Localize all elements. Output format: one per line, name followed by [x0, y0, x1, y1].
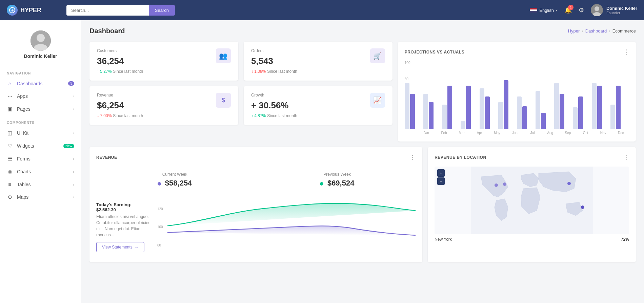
sidebar-username: Dominic Keller [7, 53, 74, 59]
charts-icon: ◎ [7, 169, 13, 175]
sidebar-item-uikit-label: UI Kit [17, 130, 28, 136]
bar-group-sep [554, 83, 573, 129]
breadcrumb-hyper[interactable]: Hyper [568, 28, 580, 34]
sidebar-item-maps[interactable]: ⊙ Maps › [0, 191, 81, 203]
bar-blue-sep [560, 94, 564, 129]
apps-chevron-right-icon: › [73, 94, 74, 98]
map-zoom-out-button[interactable]: − [437, 177, 445, 185]
projections-title: PROJECTIONS VS ACTUALS [405, 50, 465, 55]
stat-revenue-label: Revenue [97, 93, 143, 98]
language-label: English [539, 8, 554, 13]
map-header: REVENUE BY LOCATION ⋮ [435, 154, 629, 161]
bar-group-mar [442, 86, 461, 129]
breadcrumb: Hyper › Dashboard › Ecommerce [568, 28, 636, 34]
bar-gray-sep [554, 83, 559, 129]
projections-chart-header: PROJECTIONS VS ACTUALS ⋮ [405, 48, 629, 56]
uikit-chevron-right-icon: › [73, 131, 74, 135]
projections-chart-card: PROJECTIONS VS ACTUALS ⋮ 100 80 60 40 20… [398, 42, 636, 142]
revenue-title: REVENUE [96, 155, 117, 160]
search-input[interactable] [66, 5, 149, 16]
stat-growth-info: Growth + 30.56% ↑ 4.87%Since last month [251, 93, 297, 118]
bar-label-jul: Jul [524, 131, 541, 135]
line-chart-svg [167, 199, 416, 239]
stat-growth-change: ↑ 4.87%Since last month [251, 113, 297, 118]
map-area: + − [435, 167, 629, 234]
bar-label-dec: Dec [613, 131, 629, 135]
sidebar-item-charts[interactable]: ◎ Charts › [0, 165, 81, 178]
stat-customers-change: ↑ 5.27%Since last month [97, 69, 143, 74]
map-zoom-in-button[interactable]: + [437, 169, 445, 177]
y-80: 80 [157, 243, 163, 247]
charts-chevron-right-icon: › [73, 170, 74, 174]
projections-menu-icon[interactable]: ⋮ [623, 48, 629, 56]
bar-label-aug: Aug [542, 131, 558, 135]
stat-orders-change: ↓ 1.08%Since last month [251, 69, 297, 74]
topbar-right: English ▾ 🔔 1 ⚙ Dominic Keller Founder [530, 4, 637, 16]
bar-group-dec [610, 86, 629, 129]
search-bar: Search [66, 5, 175, 16]
current-week-dot [158, 182, 161, 186]
bar-gray-jul [517, 96, 522, 129]
sidebar-item-tables-label: Tables [17, 182, 31, 187]
sidebar-item-uikit[interactable]: ◫ UI Kit › [0, 127, 81, 139]
earning-title: Today's Earning: $2,562.30 [96, 202, 150, 212]
maps-chevron-right-icon: › [73, 195, 74, 199]
bar-label-jan: Jan [418, 131, 435, 135]
bar-blue-feb [429, 102, 434, 129]
bar-chart-wrap [405, 61, 629, 129]
previous-week-value: $69,524 [259, 179, 416, 188]
stat-revenue-value: $6,254 [97, 100, 143, 111]
svg-point-9 [503, 182, 506, 186]
revenue-weeks: Current Week $58,254 Previous Week $69,5… [96, 167, 416, 193]
apps-icon: ⋯ [7, 93, 13, 99]
widgets-icon: ♡ [7, 143, 13, 149]
bar-label-may: May [489, 131, 505, 135]
widgets-badge: New [63, 144, 74, 148]
language-selector[interactable]: English ▾ [530, 8, 558, 13]
previous-week-dot [320, 182, 323, 186]
bar-gray-mar [442, 105, 447, 129]
view-statements-button[interactable]: View Statements → [96, 242, 144, 252]
bar-blue-aug [541, 113, 546, 129]
revenue-menu-icon[interactable]: ⋮ [409, 154, 416, 161]
sidebar-item-pages[interactable]: ▣ Pages › [0, 103, 81, 115]
user-profile[interactable]: Dominic Keller Founder [591, 4, 637, 16]
settings-icon[interactable]: ⚙ [579, 6, 584, 14]
top-section: Customers 36,254 ↑ 5.27%Since last month… [89, 42, 636, 142]
avatar [591, 4, 603, 16]
sidebar-item-apps[interactable]: ⋯ Apps › [0, 90, 81, 103]
stat-col-left: Customers 36,254 ↑ 5.27%Since last month… [89, 42, 238, 142]
stat-orders-label: Orders [251, 48, 297, 53]
bar-label-oct: Oct [577, 131, 593, 135]
forms-icon: ☰ [7, 156, 13, 162]
breadcrumb-dashboard[interactable]: Dashboard [585, 28, 607, 34]
previous-week-block: Previous Week $69,524 [259, 172, 416, 188]
app-name: HYPER [20, 7, 41, 14]
sidebar-item-dashboards[interactable]: ⌂ Dashboards 3 [0, 77, 81, 90]
current-week-value: $58,254 [96, 179, 253, 188]
stat-revenue-info: Revenue $6,254 ↓ 7.00%Since last month [97, 93, 143, 118]
stat-growth-value: + 30.56% [251, 100, 297, 111]
stat-card-orders: Orders 5,543 ↓ 1.08%Since last month 🛒 [244, 42, 393, 81]
sidebar-item-forms[interactable]: ☰ Forms › [0, 152, 81, 165]
previous-week-label: Previous Week [259, 172, 416, 177]
bar-group-aug [536, 91, 554, 129]
forms-chevron-right-icon: › [73, 157, 74, 161]
bar-gray-jan [405, 83, 409, 129]
bar-group-nov [592, 83, 610, 129]
notifications-bell[interactable]: 🔔 1 [564, 6, 572, 14]
sidebar-item-widgets[interactable]: ♡ Widgets New [0, 139, 81, 152]
breadcrumb-sep1: › [582, 28, 583, 34]
sidebar-item-tables[interactable]: ≡ Tables › [0, 178, 81, 191]
app-logo[interactable]: HYPER [7, 5, 61, 16]
bar-label-mar: Mar [454, 131, 470, 135]
bar-gray-feb [423, 94, 428, 129]
sidebar-item-charts-label: Charts [17, 169, 31, 174]
line-chart-section: 120 100 80 [157, 199, 416, 256]
revenue-body: Today's Earning: $2,562.30 Etiam ultrici… [96, 199, 416, 256]
map-menu-icon[interactable]: ⋮ [623, 154, 629, 161]
stat-customers-label: Customers [97, 48, 143, 53]
layout: Dominic Keller NAVIGATION ⌂ Dashboards 3… [0, 20, 644, 303]
sidebar-item-dashboards-label: Dashboards [17, 81, 43, 86]
search-button[interactable]: Search [149, 5, 175, 16]
